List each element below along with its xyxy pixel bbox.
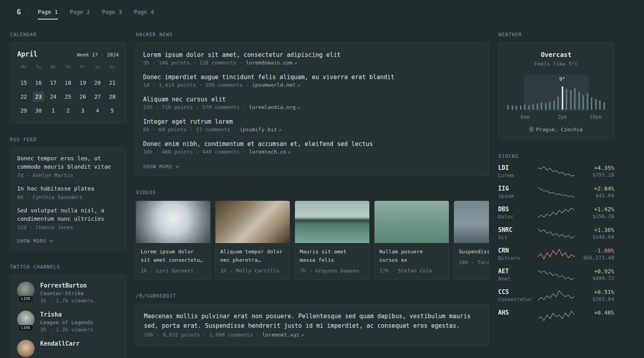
twitch-channel-info: KendallCarr bbox=[40, 340, 80, 357]
video-card[interactable]: Aliquam tempor dolor nec pharetra… 1h · … bbox=[215, 200, 290, 280]
stock-name: Consectetur bbox=[498, 296, 538, 302]
calendar-day: 18 bbox=[62, 78, 74, 88]
stock-row[interactable]: LDI Lorem +4.35% $795.18 bbox=[498, 164, 614, 178]
video-title[interactable]: Aliquam tempor dolor nec pharetra… bbox=[220, 249, 283, 263]
video-card[interactable]: Mauris sit amet massa felis 7h · Grayson… bbox=[295, 200, 370, 280]
calendar-day: 17 bbox=[47, 78, 59, 88]
video-card-body: Lorem ipsum dolor sit amet consectetu… 1… bbox=[136, 243, 210, 279]
twitch-channel-name[interactable]: ForrestBurton bbox=[40, 282, 87, 289]
page-tab[interactable]: Page 3 bbox=[102, 0, 122, 24]
stock-identity: CCS Consectetur bbox=[498, 288, 538, 302]
video-title[interactable]: Lorem ipsum dolor sit amet consectetu… bbox=[141, 249, 203, 263]
stock-row[interactable]: AHS +0.46% bbox=[498, 309, 614, 322]
hacker-news-list: Lorem ipsum dolor sit amet, consectetur … bbox=[143, 51, 481, 155]
twitch-channel-name[interactable]: KendallCarr bbox=[40, 340, 80, 347]
hacker-news-item-domain-link[interactable]: loremtech.co bbox=[249, 149, 286, 155]
stock-price: $156.28 bbox=[574, 213, 614, 219]
twitch-channel[interactable]: LIVE Trisha League of Legends 3h · 1.2k … bbox=[17, 311, 119, 333]
video-card-body: Mauris sit amet massa felis 7h · Grayson… bbox=[295, 243, 369, 279]
stock-row[interactable]: AET Amet +0.92% $499.72 bbox=[498, 268, 614, 282]
weather-condition: Overcast bbox=[506, 51, 606, 58]
rss-show-more-button[interactable]: SHOW MORE bbox=[17, 237, 53, 245]
hacker-news-item-domain-link[interactable]: ipsumworld.net bbox=[252, 82, 296, 88]
hacker-news-item-meta: 21h · 710 points · 579 comments · loreml… bbox=[143, 104, 481, 110]
hacker-news-item-title[interactable]: Integer eget rutrum lorem bbox=[143, 118, 233, 125]
video-title[interactable]: Nullam posuere cursus ex bbox=[379, 249, 423, 263]
stock-symbol: LDI bbox=[498, 164, 538, 171]
hacker-news-item-title[interactable]: Donec enim nibh, condimentum et accumsan… bbox=[143, 140, 373, 148]
video-thumbnail[interactable] bbox=[215, 201, 290, 243]
app-logo[interactable]: G bbox=[10, 8, 28, 16]
hacker-news-item-domain-link[interactable]: loremlandia.org bbox=[249, 104, 295, 110]
stock-values: +0.46% bbox=[574, 309, 614, 322]
subreddit-section-title: /R/SUBREDDIT bbox=[136, 293, 489, 299]
video-card-body: Nullam posuere cursus ex 17h · Stefan Co… bbox=[374, 243, 449, 279]
stock-row[interactable]: SNRC Sit +1.36% $148.64 bbox=[498, 226, 614, 240]
stock-symbol: SNRC bbox=[498, 226, 538, 233]
calendar-day: 15 bbox=[18, 78, 29, 88]
rss-item-title[interactable]: Donec tempor eros leo, ut commodo mauris… bbox=[17, 155, 111, 170]
middle-column: HACKER NEWS Lorem ipsum dolor sit amet, … bbox=[136, 32, 489, 358]
calendar-day: 22 bbox=[18, 91, 29, 102]
rss-item: Sed volutpat nulla nisl, a condimentum n… bbox=[17, 206, 119, 230]
calendar-weekday-label: Mo bbox=[16, 64, 31, 71]
external-link-icon: ↗ bbox=[279, 127, 281, 132]
twitch-channel[interactable]: LIVE ForrestBurton Counter-Strike 1h · 1… bbox=[17, 282, 119, 304]
video-card[interactable]: Nullam posuere cursus ex 17h · Stefan Co… bbox=[374, 200, 449, 280]
twitch-channel[interactable]: LIVE KendallCarr bbox=[17, 340, 119, 357]
rss-item-title[interactable]: Sed volutpat nulla nisl, a condimentum n… bbox=[17, 207, 104, 222]
page-tabs: Page 1 Page 2 Page 3 Page 4 bbox=[38, 0, 166, 24]
subreddit-widget: /R/SUBREDDIT Maecenas mollis pulvinar er… bbox=[136, 293, 489, 346]
subreddit-post-domain-link[interactable]: loremnet.xyz bbox=[262, 332, 299, 338]
stock-change: +0.92% bbox=[574, 268, 614, 274]
videos-widget: VIDEOS Lorem ipsum dolor sit amet consec… bbox=[136, 190, 489, 280]
stock-row[interactable]: CCS Consectetur +0.51% $165.84 bbox=[498, 288, 614, 302]
stock-name: Lorem bbox=[498, 172, 538, 178]
video-thumbnail[interactable] bbox=[374, 201, 449, 243]
subreddit-post-title[interactable]: Maecenas mollis pulvinar erat non posuer… bbox=[144, 313, 471, 329]
stock-change: +1.42% bbox=[574, 206, 614, 212]
stock-row[interactable]: IIG Ipsum +2.84% $42.04 bbox=[498, 185, 614, 199]
calendar-weekday-label: We bbox=[46, 64, 60, 71]
hacker-news-item-stats: 3h · 148 points · 116 comments bbox=[143, 60, 237, 66]
video-thumbnail[interactable] bbox=[295, 201, 369, 243]
hacker-news-item-meta: 6h · 60 points · 57 comments · ipsumify.… bbox=[143, 126, 481, 132]
hacker-news-item-title[interactable]: Lorem ipsum dolor sit amet, consectetur … bbox=[143, 51, 341, 58]
calendar-card: April Week 17 · 2024 MoTuWeThFrSaSu 15 1… bbox=[10, 43, 126, 123]
video-title[interactable]: Mauris sit amet massa felis bbox=[300, 249, 346, 263]
hacker-news-item-title[interactable]: Donec imperdiet augue tincidunt felis al… bbox=[143, 74, 394, 81]
calendar-section-title: CALENDAR bbox=[10, 32, 126, 37]
video-card[interactable]: Lorem ipsum dolor sit amet consectetu… 1… bbox=[136, 200, 211, 280]
rss-section-title: RSS FEED bbox=[10, 137, 126, 142]
hacker-news-item-domain-link[interactable]: ipsumify.biz bbox=[240, 126, 277, 132]
calendar-day: 28 bbox=[107, 91, 118, 102]
stock-change: +0.51% bbox=[574, 289, 614, 295]
page-tab[interactable]: Page 2 bbox=[70, 0, 90, 24]
page-tab[interactable]: Page 1 bbox=[38, 0, 58, 24]
calendar-weekday-label: Sa bbox=[90, 64, 105, 71]
stock-row[interactable]: CRN Bitcorn -1.00% $66,171.48 bbox=[498, 247, 614, 261]
hacker-news-show-more-button[interactable]: SHOW MORE bbox=[143, 163, 179, 170]
stock-row[interactable]: DBS Dolor +1.42% $156.28 bbox=[498, 206, 614, 220]
hacker-news-item-domain-link[interactable]: loremdomain.com bbox=[246, 60, 292, 66]
subreddit-card: Maecenas mollis pulvinar erat non posuer… bbox=[136, 304, 489, 346]
calendar-day: 16 bbox=[33, 78, 44, 88]
left-column: CALENDAR April Week 17 · 2024 MoTuWeThFr… bbox=[10, 32, 126, 358]
twitch-channel-name[interactable]: Trisha bbox=[40, 311, 62, 318]
hacker-news-item-title[interactable]: Aliquam nec cursus elit bbox=[143, 96, 226, 103]
calendar-weekday-label: Th bbox=[60, 64, 75, 71]
weather-bars bbox=[507, 85, 605, 110]
stock-symbol: AET bbox=[498, 268, 538, 275]
page-tab[interactable]: Page 4 bbox=[134, 0, 154, 24]
stocks-section-title: STOCKS bbox=[499, 154, 614, 159]
calendar-day: 24 bbox=[47, 91, 59, 102]
video-title[interactable]: Suspendisse diam bbox=[459, 249, 489, 255]
subreddit-post-stats: 19h · 9,932 points · 1,090 comments bbox=[144, 332, 253, 338]
video-thumbnail[interactable] bbox=[136, 201, 210, 243]
video-card[interactable]: Suspendisse diam 18h · Tara bbox=[454, 200, 489, 280]
rss-item-title[interactable]: In hac habitasse platea bbox=[17, 185, 94, 192]
video-thumbnail[interactable] bbox=[454, 201, 489, 243]
separator-dot: · bbox=[246, 82, 249, 88]
video-meta: 1h · Molly Carrillo bbox=[220, 268, 285, 274]
twitch-channel-meta: 3h · 1.2k viewers bbox=[40, 327, 93, 333]
